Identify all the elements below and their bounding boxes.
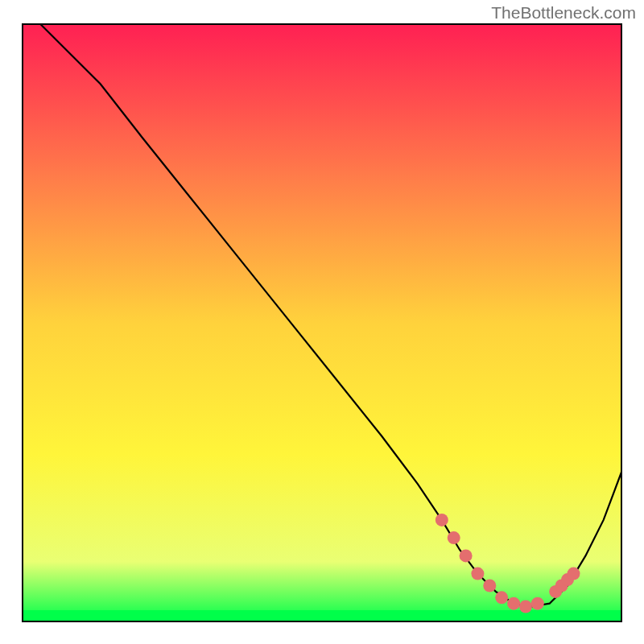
sweet-spot-marker (448, 531, 460, 544)
sweet-spot-marker (483, 580, 496, 592)
sweet-spot-marker (568, 568, 580, 580)
attribution-label: TheBottleneck.com (491, 3, 636, 23)
sweet-spot-marker (531, 597, 544, 610)
bottleneck-chart (0, 0, 644, 644)
sweet-spot-marker (495, 591, 508, 604)
sweet-spot-marker (471, 568, 484, 580)
sweet-spot-marker (460, 549, 473, 562)
plot-area (23, 24, 621, 621)
sweet-spot-marker (519, 601, 532, 613)
sweet-spot-marker (436, 514, 448, 526)
green-band (23, 610, 621, 621)
sweet-spot-marker (507, 597, 520, 610)
